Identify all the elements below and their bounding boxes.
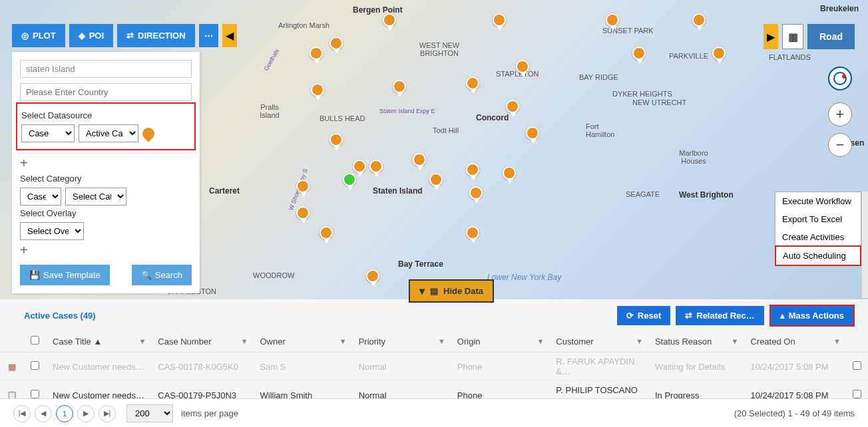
row-end-checkbox[interactable]: [853, 390, 861, 398]
filter-icon[interactable]: ▼: [732, 337, 739, 345]
compass-button[interactable]: [828, 67, 852, 90]
col-owner[interactable]: Owner▼: [253, 331, 351, 353]
map-pin[interactable]: [466, 163, 479, 176]
table-row[interactable]: ▦ New Customer needs… CAS-00178-K0G5K0 S…: [0, 353, 868, 381]
category-entity-select[interactable]: Case: [20, 188, 61, 206]
map-pin[interactable]: [413, 153, 426, 166]
map-pin[interactable]: [632, 47, 646, 60]
map-pin[interactable]: [320, 226, 333, 239]
select-all-checkbox[interactable]: [31, 336, 39, 345]
auto-scheduling-item[interactable]: Auto Scheduling: [775, 245, 861, 266]
page-size-select[interactable]: 200: [126, 404, 173, 422]
category-select[interactable]: Select Cat…: [65, 188, 126, 206]
map-pin[interactable]: [393, 80, 406, 93]
search-button[interactable]: 🔍Search: [132, 265, 192, 285]
zoom-out-button[interactable]: −: [828, 133, 852, 157]
map-pin[interactable]: [503, 166, 516, 180]
cell-customer: R. FARUK APAYDIN &…: [549, 353, 648, 381]
col-status[interactable]: Status Reason▼: [648, 331, 744, 353]
pager-prev[interactable]: ◀: [35, 405, 52, 422]
collapse-panel-button[interactable]: ◀: [222, 24, 237, 47]
map-pin[interactable]: [516, 60, 529, 73]
col-customer[interactable]: Customer▼: [549, 331, 648, 353]
pager-first[interactable]: |◀: [13, 405, 31, 422]
poi-button[interactable]: ◈POI: [69, 24, 113, 47]
map-pin-current[interactable]: [343, 173, 356, 186]
row-type-icon: ▦: [0, 353, 24, 381]
row-checkbox[interactable]: [31, 390, 39, 398]
pager-page[interactable]: 1: [56, 405, 73, 422]
mass-actions-button[interactable]: ▴Mass Actions: [769, 305, 855, 327]
map-pin[interactable]: [296, 180, 310, 193]
layer-button[interactable]: ▦: [782, 24, 803, 49]
country-input[interactable]: [20, 83, 192, 101]
map-label: NEW UTRECHT: [632, 98, 686, 106]
map-pin[interactable]: [692, 13, 706, 27]
map-pin[interactable]: [369, 160, 383, 173]
related-records-button[interactable]: ⇄Related Rec…: [676, 306, 763, 325]
map-pin[interactable]: [311, 83, 324, 96]
map-pin[interactable]: [329, 37, 343, 50]
filter-icon[interactable]: ▼: [138, 337, 146, 345]
pager-next[interactable]: ▶: [77, 405, 95, 422]
map-pin[interactable]: [429, 173, 443, 186]
row-end-checkbox[interactable]: [853, 361, 861, 370]
zoom-in-button[interactable]: +: [828, 102, 852, 126]
map-pin[interactable]: [469, 186, 483, 200]
chevron-left-icon: ◀: [226, 29, 234, 42]
map-pin[interactable]: [526, 126, 539, 140]
add-overlay-button[interactable]: +: [20, 243, 192, 258]
map-pin[interactable]: [466, 76, 479, 90]
compass-icon: [833, 71, 847, 86]
col-priority[interactable]: Priority▼: [352, 331, 451, 353]
datasource-label: Select Datasource: [21, 110, 190, 120]
map-pin[interactable]: [712, 47, 726, 60]
col-case-title[interactable]: Case Title ▲▼: [46, 331, 151, 353]
map-pin[interactable]: [383, 13, 396, 27]
datasource-view-select[interactable]: Active Case: [79, 124, 138, 142]
map-pin[interactable]: [353, 160, 366, 173]
expand-right-button[interactable]: ▶: [763, 24, 778, 49]
filter-icon[interactable]: ▼: [339, 337, 347, 345]
menu-scrollbar[interactable]: [861, 192, 868, 298]
map-pin[interactable]: [606, 13, 619, 27]
plot-button[interactable]: ◎PLOT: [12, 24, 65, 47]
map-label: Todt Hill: [433, 126, 459, 134]
add-datasource-button[interactable]: +: [20, 156, 192, 171]
road-view-button[interactable]: Road: [807, 24, 855, 49]
execute-workflow-item[interactable]: Execute Workflow: [775, 192, 861, 210]
col-case-number[interactable]: Case Number▼: [151, 331, 253, 353]
overlay-label: Select Overlay: [20, 208, 192, 218]
swap-icon: ⇄: [685, 311, 692, 321]
filter-icon[interactable]: ▼: [833, 337, 841, 345]
pager-last[interactable]: ▶|: [99, 405, 116, 422]
direction-button[interactable]: ⇄DIRECTION: [117, 24, 195, 47]
reset-button[interactable]: ⟳Reset: [617, 306, 670, 325]
cell-title: New Customer needs…: [46, 353, 151, 381]
region-input[interactable]: [20, 60, 192, 78]
map-pin[interactable]: [329, 133, 343, 146]
filter-icon[interactable]: ▼: [636, 337, 643, 345]
map-pin[interactable]: [466, 226, 479, 239]
save-template-button[interactable]: 💾Save Template: [20, 265, 110, 285]
pin-icon: [140, 125, 156, 142]
map-pin[interactable]: [506, 100, 519, 113]
filter-icon[interactable]: ▼: [537, 337, 544, 345]
datasource-entity-select[interactable]: Case: [21, 124, 75, 142]
map-pin[interactable]: [493, 13, 506, 27]
hide-data-button[interactable]: ▾ ▤ Hide Data: [409, 279, 494, 303]
filter-icon[interactable]: ▼: [241, 337, 248, 345]
create-activities-item[interactable]: Create Activities: [775, 228, 861, 246]
filter-icon[interactable]: ▼: [438, 337, 445, 345]
row-checkbox[interactable]: [31, 361, 39, 370]
export-excel-item[interactable]: Export To Excel: [775, 210, 861, 228]
overlay-select[interactable]: Select Overla: [20, 222, 84, 240]
chevron-up-icon: ▴: [780, 311, 785, 321]
col-created[interactable]: Created On▼: [744, 331, 846, 353]
map-pin[interactable]: [296, 206, 310, 219]
more-button[interactable]: ⋯: [199, 24, 218, 47]
col-origin[interactable]: Origin▼: [451, 331, 549, 353]
map-pin[interactable]: [310, 47, 323, 60]
map-pin[interactable]: [366, 269, 379, 283]
map-label: Staten Island: [373, 186, 423, 196]
